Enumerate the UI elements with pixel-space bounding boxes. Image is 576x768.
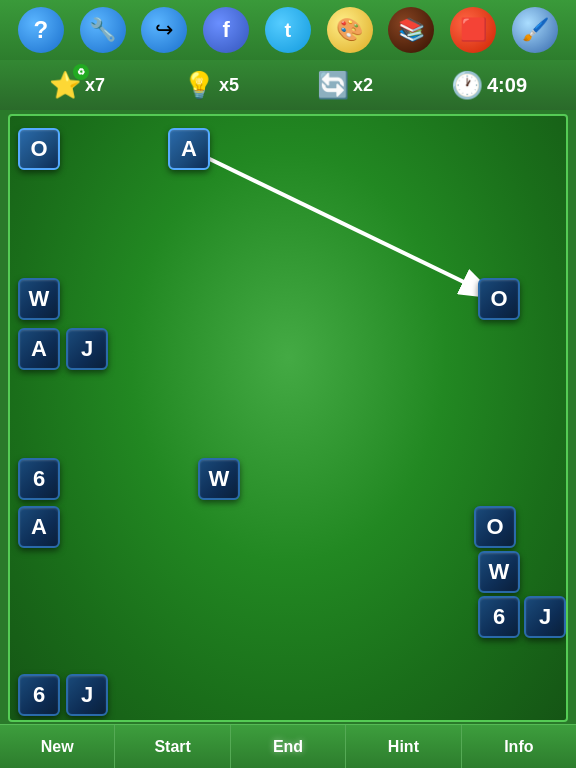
refresh-stat: 🔄 x2: [317, 70, 373, 101]
palette-icon: 🖌️: [522, 17, 549, 43]
timer-stat: 🕐 4:09: [451, 70, 527, 101]
tile-W2[interactable]: W: [198, 458, 240, 500]
tile-W1[interactable]: W: [18, 278, 60, 320]
palette-button[interactable]: 🖌️: [512, 7, 558, 53]
tile-6-2[interactable]: 6: [478, 596, 520, 638]
toolbar: ? 🔧 ↪ f t 🎨 📚 🟥 🖌️: [0, 0, 576, 60]
nav-start[interactable]: Start: [115, 725, 230, 768]
books-icon: 📚: [398, 17, 425, 43]
facebook-icon: f: [223, 17, 230, 43]
refresh-count: x2: [353, 75, 373, 96]
hints-count: x5: [219, 75, 239, 96]
nav-info[interactable]: Info: [462, 725, 576, 768]
tile-O1[interactable]: O: [18, 128, 60, 170]
tile-O2[interactable]: O: [478, 278, 520, 320]
bottom-nav: New Start End Hint Info: [0, 724, 576, 768]
stars-count: x7: [85, 75, 105, 96]
bulb-icon: 💡: [183, 70, 215, 101]
refresh-icon: 🔄: [317, 70, 349, 101]
game-area: O A O W A J 6 A W O W 6 J 6 J: [8, 114, 568, 722]
cube-button[interactable]: 🟥: [450, 7, 496, 53]
star-badge: ♻: [73, 64, 89, 80]
tile-W3[interactable]: W: [478, 551, 520, 593]
wrench-icon: 🔧: [89, 17, 116, 43]
stats-bar: ⭐ ♻ x7 💡 x5 🔄 x2 🕐 4:09: [0, 60, 576, 110]
nav-hint[interactable]: Hint: [346, 725, 461, 768]
timer-value: 4:09: [487, 74, 527, 97]
cube-icon: 🟥: [460, 17, 487, 43]
stars-stat: ⭐ ♻ x7: [49, 70, 105, 101]
colors-button[interactable]: 🎨: [327, 7, 373, 53]
tile-J2[interactable]: J: [524, 596, 566, 638]
share-icon: ↪: [155, 17, 173, 43]
svg-line-1: [189, 149, 499, 299]
tile-J3[interactable]: J: [66, 674, 108, 716]
facebook-button[interactable]: f: [203, 7, 249, 53]
share-button[interactable]: ↪: [141, 7, 187, 53]
tile-O3[interactable]: O: [474, 506, 516, 548]
tile-A3[interactable]: A: [18, 506, 60, 548]
help-icon: ?: [34, 16, 49, 44]
twitter-icon: t: [285, 19, 292, 42]
clock-icon: 🕐: [451, 70, 483, 101]
tile-6-1[interactable]: 6: [18, 458, 60, 500]
hints-stat: 💡 x5: [183, 70, 239, 101]
settings-button[interactable]: 🔧: [80, 7, 126, 53]
twitter-button[interactable]: t: [265, 7, 311, 53]
tile-A2[interactable]: A: [18, 328, 60, 370]
colors-icon: 🎨: [336, 17, 363, 43]
tile-A1[interactable]: A: [168, 128, 210, 170]
help-button[interactable]: ?: [18, 7, 64, 53]
tile-6-3[interactable]: 6: [18, 674, 60, 716]
nav-end[interactable]: End: [231, 725, 346, 768]
star-icon: ⭐ ♻: [49, 70, 81, 101]
tile-J1[interactable]: J: [66, 328, 108, 370]
nav-new[interactable]: New: [0, 725, 115, 768]
books-button[interactable]: 📚: [388, 7, 434, 53]
